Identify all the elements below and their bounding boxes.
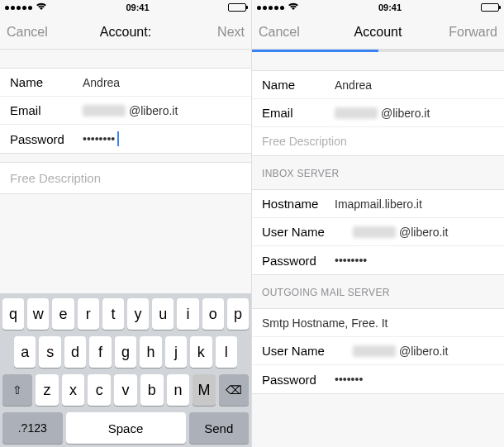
redacted-icon [353, 345, 396, 357]
name-row[interactable]: Name Andrea [252, 71, 504, 99]
text-cursor-icon [117, 131, 119, 146]
password-value: ••••••• [335, 373, 363, 386]
forward-button[interactable]: Forward [448, 25, 497, 40]
nav-bar: Cancel Account Forward [252, 15, 504, 50]
redacted-icon [335, 107, 378, 119]
key-y[interactable]: y [127, 298, 149, 330]
password-value: •••••••• [335, 254, 367, 267]
key-s[interactable]: s [39, 336, 60, 368]
name-label: Name [262, 78, 335, 92]
key-v[interactable]: v [114, 374, 137, 406]
key-h[interactable]: h [140, 336, 161, 368]
shift-key[interactable]: ⇧ [2, 374, 32, 406]
username-value: @libero.it [353, 226, 448, 239]
email-label: Email [262, 106, 335, 120]
username-suffix: @libero.it [399, 345, 448, 358]
status-time: 09:41 [126, 2, 149, 12]
key-u[interactable]: u [152, 298, 174, 330]
status-bar: 09:41 [0, 0, 251, 15]
nav-title: Account [308, 25, 448, 40]
email-value: @libero.it [83, 104, 178, 117]
key-c[interactable]: c [88, 374, 111, 406]
password-row[interactable]: Password •••••••• [0, 125, 251, 153]
outgoing-server-header: OUTGOING MAIL SERVER [252, 275, 504, 302]
key-g[interactable]: g [115, 336, 136, 368]
key-m[interactable]: M [193, 374, 216, 406]
signal-dots-icon [5, 6, 32, 10]
email-suffix: @libero.it [129, 104, 178, 117]
nav-title: Account: [56, 25, 195, 40]
hostname-row[interactable]: Hostname Imapmail.libero.it [252, 190, 504, 218]
next-button[interactable]: Next [195, 25, 245, 40]
keyboard-row-1: qwertyuiop [2, 298, 249, 330]
key-p[interactable]: p [227, 298, 249, 330]
username-row[interactable]: User Name @libero.it [252, 337, 504, 365]
name-row[interactable]: Name Andrea [0, 69, 251, 97]
key-q[interactable]: q [2, 298, 24, 330]
description-row[interactable]: Free Description [0, 162, 251, 194]
key-j[interactable]: j [165, 336, 187, 368]
description-row[interactable]: Free Description [252, 127, 504, 155]
key-t[interactable]: t [102, 298, 124, 330]
keyboard-row-4: .?123 Space Send [2, 412, 249, 444]
username-suffix: @libero.it [399, 226, 448, 239]
username-label: User Name [262, 344, 353, 358]
redacted-icon [83, 105, 126, 117]
numeric-key[interactable]: .?123 [2, 412, 63, 444]
key-a[interactable]: a [14, 336, 36, 368]
key-e[interactable]: e [52, 298, 74, 330]
nav-bar: Cancel Account: Next [0, 15, 251, 50]
password-label: Password [262, 373, 335, 387]
password-label: Password [262, 254, 335, 268]
key-l[interactable]: l [216, 336, 237, 368]
phone-left: 09:41 Cancel Account: Next Name Andrea E… [0, 0, 252, 447]
name-label: Name [10, 75, 83, 89]
password-row[interactable]: Password ••••••• [252, 365, 504, 393]
redacted-icon [353, 226, 396, 238]
username-value: @libero.it [353, 345, 448, 358]
email-row[interactable]: Email @libero.it [252, 99, 504, 127]
cancel-button[interactable]: Cancel [259, 25, 308, 40]
name-value: Andrea [83, 76, 120, 89]
key-k[interactable]: k [190, 336, 212, 368]
account-form: Name Andrea Email @libero.it Password ••… [0, 68, 251, 154]
key-d[interactable]: d [64, 336, 86, 368]
outgoing-server-form: Smtp Hostname, Free. It User Name @liber… [252, 308, 504, 394]
email-suffix: @libero.it [381, 107, 430, 120]
password-value: •••••••• [83, 132, 115, 145]
backspace-key[interactable]: ⌫ [219, 374, 249, 406]
keyboard: qwertyuiop asdfghjkl ⇧ zxcvbnM⌫ .?123 Sp… [0, 293, 251, 447]
hostname-label: Hostname [262, 197, 335, 211]
keyboard-row-2: asdfghjkl [2, 336, 249, 368]
key-r[interactable]: r [78, 298, 99, 330]
email-value: @libero.it [335, 107, 430, 120]
key-b[interactable]: b [140, 374, 164, 406]
key-o[interactable]: o [202, 298, 224, 330]
key-i[interactable]: i [177, 298, 198, 330]
password-label: Password [10, 132, 83, 146]
username-row[interactable]: User Name @libero.it [252, 218, 504, 246]
wifi-icon [288, 2, 299, 13]
email-label: Email [10, 103, 83, 117]
space-key[interactable]: Space [66, 412, 186, 444]
signal-dots-icon [257, 6, 284, 10]
inbox-server-form: Hostname Imapmail.libero.it User Name @l… [252, 189, 504, 275]
username-label: User Name [262, 225, 353, 239]
password-row[interactable]: Password •••••••• [252, 246, 504, 274]
battery-icon [481, 3, 499, 12]
smtp-row[interactable]: Smtp Hostname, Free. It [252, 309, 504, 337]
email-row[interactable]: Email @libero.it [0, 97, 251, 125]
cancel-button[interactable]: Cancel [7, 25, 56, 40]
key-z[interactable]: z [36, 374, 59, 406]
key-x[interactable]: x [62, 374, 85, 406]
hostname-value: Imapmail.libero.it [335, 197, 422, 211]
wifi-icon [36, 2, 47, 13]
key-n[interactable]: n [167, 374, 190, 406]
keyboard-row-3: ⇧ zxcvbnM⌫ [2, 374, 249, 406]
key-f[interactable]: f [89, 336, 111, 368]
key-w[interactable]: w [27, 298, 49, 330]
send-key[interactable]: Send [189, 412, 250, 444]
desc-placeholder: Free Description [262, 135, 347, 148]
account-form: Name Andrea Email @libero.it Free Descri… [252, 70, 504, 156]
battery-icon [228, 3, 246, 12]
